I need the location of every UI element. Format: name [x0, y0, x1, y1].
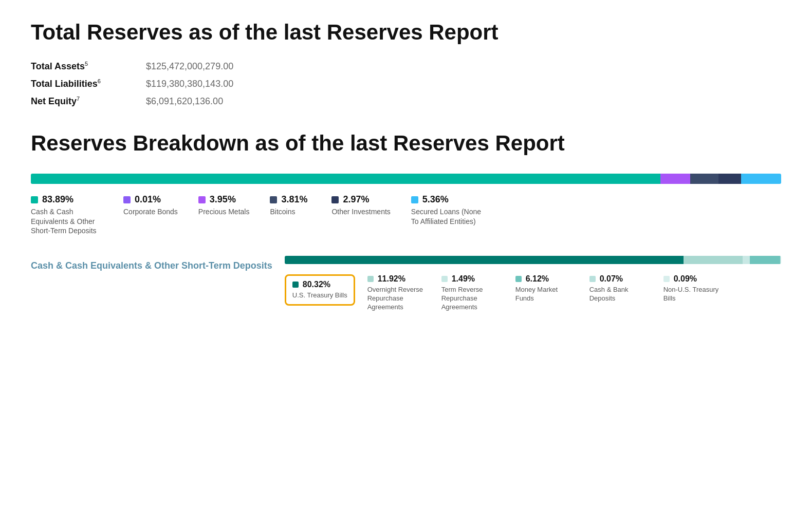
sub-legend: 80.32% U.S. Treasury Bills 11.92% Overni… [285, 274, 781, 312]
legend-item: 83.89% Cash & Cash Equivalents & Other S… [31, 194, 103, 235]
summary-row: Net Equity7 $6,091,620,136.00 [31, 96, 781, 107]
legend-color-dot [198, 196, 206, 203]
legend-label: Secured Loans (None To Affiliated Entiti… [411, 207, 483, 226]
sub-legend-dot [663, 276, 670, 282]
sub-legend-item: 0.09% Non-U.S. Treasury Bills [663, 274, 725, 303]
sub-section-label: Cash & Cash Equivalents & Other Short-Te… [31, 260, 272, 272]
legend-header: 83.89% [31, 194, 103, 205]
sub-legend-label: U.S. Treasury Bills [292, 291, 347, 300]
legend-color-dot [31, 196, 38, 203]
sub-legend-header: 11.92% [367, 274, 429, 284]
legend-header: 0.01% [123, 194, 178, 205]
bar-segment [660, 174, 690, 184]
legend-header: 3.81% [270, 194, 311, 205]
legend-color-dot [411, 196, 418, 203]
bar-segment [690, 174, 719, 184]
sub-legend-label: Cash & Bank Deposits [589, 286, 651, 303]
sub-legend-label: Overnight Reverse Repurchase Agreements [367, 286, 429, 312]
legend-item: 2.97% Other Investments [331, 194, 390, 216]
bar-segment [741, 174, 781, 184]
sub-bar-segment [781, 256, 781, 264]
sub-legend-dot [441, 276, 448, 282]
legend-label: Other Investments [331, 207, 390, 216]
legend-color-dot [123, 196, 131, 203]
top-legend: 83.89% Cash & Cash Equivalents & Other S… [31, 194, 781, 235]
sub-legend-item: 0.07% Cash & Bank Deposits [589, 274, 651, 303]
legend-label: Corporate Bonds [123, 207, 178, 216]
sub-legend-dot [515, 276, 522, 282]
sub-bar-segment [684, 256, 743, 264]
legend-pct: 2.97% [343, 194, 369, 205]
sub-legend-header: 0.07% [589, 274, 651, 284]
top-bar [31, 174, 781, 184]
legend-label: Precious Metals [198, 207, 250, 216]
sub-legend-label: Money Market Funds [515, 286, 577, 303]
sub-legend-header: 6.12% [515, 274, 577, 284]
legend-header: 2.97% [331, 194, 390, 205]
sub-legend-item: 6.12% Money Market Funds [515, 274, 577, 303]
summary-table: Total Assets5 $125,472,000,279.00 Total … [31, 61, 781, 107]
legend-color-dot [270, 196, 277, 203]
legend-pct: 5.36% [422, 194, 449, 205]
sub-legend-pct: 11.92% [378, 274, 405, 284]
sub-section-label-col: Cash & Cash Equivalents & Other Short-Te… [31, 256, 285, 272]
summary-row: Total Assets5 $125,472,000,279.00 [31, 61, 781, 72]
sub-legend-dot [589, 276, 596, 282]
sub-bar-segment [285, 256, 684, 264]
summary-value: $125,472,000,279.00 [146, 61, 233, 72]
highlighted-legend-item: 80.32% U.S. Treasury Bills [285, 274, 355, 306]
summary-label: Total Liabilities6 [31, 78, 134, 89]
sub-legend-label: Term Reverse Repurchase Agreements [441, 286, 503, 312]
legend-pct: 3.81% [281, 194, 307, 205]
summary-value: $6,091,620,136.00 [146, 96, 223, 107]
sub-legend-pct: 0.09% [674, 274, 697, 284]
sub-legend-item: 11.92% Overnight Reverse Repurchase Agre… [367, 274, 429, 312]
legend-color-dot [331, 196, 339, 203]
sub-bar [285, 256, 781, 264]
sub-legend-pct: 6.12% [526, 274, 549, 284]
summary-label: Total Assets5 [31, 61, 134, 72]
sub-legend-item: 1.49% Term Reverse Repurchase Agreements [441, 274, 503, 312]
legend-item: 3.81% Bitcoins [270, 194, 311, 216]
legend-item: 5.36% Secured Loans (None To Affiliated … [411, 194, 483, 226]
summary-label: Net Equity7 [31, 96, 134, 107]
sub-legend-dot [292, 282, 299, 288]
sub-legend-dot [367, 276, 374, 282]
legend-pct: 83.89% [42, 194, 73, 205]
sub-legend-pct: 80.32% [303, 280, 330, 289]
legend-pct: 0.01% [135, 194, 161, 205]
summary-value: $119,380,380,143.00 [146, 79, 233, 89]
legend-header: 5.36% [411, 194, 483, 205]
sub-legend-header: 1.49% [441, 274, 503, 284]
legend-label: Bitcoins [270, 207, 311, 216]
legend-label: Cash & Cash Equivalents & Other Short-Te… [31, 207, 103, 235]
bar-segment [31, 174, 660, 184]
sub-legend-pct: 0.07% [600, 274, 623, 284]
sub-bar-segment [743, 256, 750, 264]
summary-row: Total Liabilities6 $119,380,380,143.00 [31, 78, 781, 89]
legend-item: 3.95% Precious Metals [198, 194, 250, 216]
legend-item: 0.01% Corporate Bonds [123, 194, 178, 216]
sub-section: Cash & Cash Equivalents & Other Short-Te… [31, 256, 781, 312]
sub-legend-pct: 1.49% [452, 274, 475, 284]
sub-legend-header: 80.32% [292, 280, 347, 289]
main-title: Total Reserves as of the last Reserves R… [31, 21, 781, 44]
bar-segment [718, 174, 741, 184]
sub-right-col: 80.32% U.S. Treasury Bills 11.92% Overni… [285, 256, 781, 312]
sub-bar-segment [750, 256, 780, 264]
sub-legend-label: Non-U.S. Treasury Bills [663, 286, 725, 303]
legend-pct: 3.95% [210, 194, 236, 205]
legend-header: 3.95% [198, 194, 250, 205]
section2-title: Reserves Breakdown as of the last Reserv… [31, 132, 781, 155]
sub-legend-header: 0.09% [663, 274, 725, 284]
